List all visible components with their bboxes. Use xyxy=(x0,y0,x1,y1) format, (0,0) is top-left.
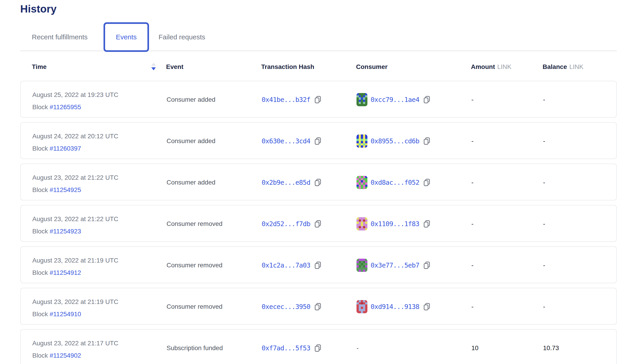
row-event: Consumer removed xyxy=(166,247,222,284)
copy-icon[interactable] xyxy=(314,261,322,270)
transaction-hash-cell: 0x1c2a...7a03 xyxy=(262,247,322,284)
consumer-avatar xyxy=(356,176,368,189)
transaction-hash-cell: 0xecec...3950 xyxy=(262,288,322,325)
transaction-hash-cell: 0x41be...b32f xyxy=(262,81,322,118)
block-line: Block #11265955 xyxy=(32,104,81,111)
block-label: Block xyxy=(32,104,48,110)
consumer-address-link[interactable]: 0x3e77...5eb7 xyxy=(370,262,419,269)
row-event: Consumer added xyxy=(166,164,216,201)
row-balance: - xyxy=(543,206,545,242)
copy-icon[interactable] xyxy=(423,261,431,270)
transaction-hash-link[interactable]: 0x630e...3cd4 xyxy=(262,137,310,145)
tab-failed-requests[interactable]: Failed requests xyxy=(158,33,205,41)
transaction-hash-link[interactable]: 0x2b9e...e85d xyxy=(262,178,310,186)
block-number-link[interactable]: #11260397 xyxy=(50,145,81,152)
consumer-avatar xyxy=(356,300,368,313)
block-line: Block #11254910 xyxy=(32,310,81,318)
transaction-hash-cell: 0x2b9e...e85d xyxy=(262,164,322,201)
row-amount: - xyxy=(472,247,474,284)
block-number-link[interactable]: #11254910 xyxy=(50,310,81,318)
column-header-consumer: Consumer xyxy=(356,63,388,70)
row-amount: 10 xyxy=(472,330,478,364)
row-event: Consumer added xyxy=(166,81,216,118)
amount-unit-label: LINK xyxy=(497,63,512,70)
row-event: Consumer removed xyxy=(166,288,222,325)
copy-icon[interactable] xyxy=(423,302,431,311)
consumer-address-link[interactable]: 0x1109...1f83 xyxy=(370,220,419,228)
block-number-link[interactable]: #11254923 xyxy=(50,228,81,235)
transaction-hash-link[interactable]: 0x2d52...f7db xyxy=(262,220,310,228)
row-balance: - xyxy=(543,288,545,325)
block-line: Block #11254902 xyxy=(32,352,81,359)
copy-icon[interactable] xyxy=(423,178,431,187)
consumer-cell: 0xd914...9138 xyxy=(356,288,431,325)
block-label: Block xyxy=(32,145,48,152)
block-number-link[interactable]: #11254902 xyxy=(50,352,81,359)
table-row: August 25, 2022 at 19:23 UTC Block #1126… xyxy=(20,81,617,118)
column-header-amount: AmountLINK xyxy=(471,63,512,70)
transaction-hash-cell: 0x2d52...f7db xyxy=(262,206,322,242)
copy-icon[interactable] xyxy=(423,95,431,104)
table-row: August 23, 2022 at 21:17 UTC Block #1125… xyxy=(20,329,617,364)
column-header-transaction-hash: Transaction Hash xyxy=(261,63,314,70)
copy-icon[interactable] xyxy=(314,137,322,145)
block-number-link[interactable]: #11254925 xyxy=(50,186,81,194)
block-number-link[interactable]: #11254912 xyxy=(50,269,81,276)
consumer-cell: - xyxy=(356,330,358,364)
tab-events[interactable]: Events xyxy=(104,22,149,52)
consumer-address-link[interactable]: 0xcc79...1ae4 xyxy=(370,96,419,104)
consumer-cell: 0xcc79...1ae4 xyxy=(356,81,431,118)
consumer-avatar xyxy=(356,134,368,148)
copy-icon[interactable] xyxy=(314,302,322,311)
row-balance: - xyxy=(543,81,545,118)
events-table-body: August 25, 2022 at 19:23 UTC Block #1126… xyxy=(20,81,617,364)
transaction-hash-link[interactable]: 0xecec...3950 xyxy=(262,303,310,310)
consumer-cell: 0x3e77...5eb7 xyxy=(356,247,431,284)
block-label: Block xyxy=(32,228,48,235)
row-amount: - xyxy=(472,206,474,242)
consumer-cell: 0x8955...cd6b xyxy=(356,122,431,160)
sort-arrows-icon[interactable] xyxy=(151,62,156,71)
row-timestamp: August 23, 2022 at 21:19 UTC xyxy=(32,298,118,306)
row-timestamp: August 23, 2022 at 21:22 UTC xyxy=(32,174,118,181)
copy-icon[interactable] xyxy=(423,220,431,228)
column-header-time[interactable]: Time xyxy=(32,63,47,70)
copy-icon[interactable] xyxy=(314,178,322,187)
block-line: Block #11254923 xyxy=(32,228,81,235)
consumer-cell: 0x1109...1f83 xyxy=(356,206,431,242)
copy-icon[interactable] xyxy=(314,95,322,104)
row-balance: 10.73 xyxy=(543,330,559,364)
row-event: Consumer removed xyxy=(166,206,222,242)
table-row: August 24, 2022 at 20:12 UTC Block #1126… xyxy=(20,122,617,159)
consumer-address-link[interactable]: 0x8955...cd6b xyxy=(370,137,419,145)
block-line: Block #11260397 xyxy=(32,145,81,152)
row-amount: - xyxy=(472,122,474,160)
transaction-hash-cell: 0xf7ad...5f53 xyxy=(262,330,322,364)
copy-icon[interactable] xyxy=(314,220,322,228)
copy-icon[interactable] xyxy=(423,137,431,145)
row-event: Consumer added xyxy=(166,122,216,160)
row-timestamp: August 23, 2022 at 21:19 UTC xyxy=(32,257,118,264)
consumer-avatar xyxy=(356,217,368,230)
tab-recent-fulfillments[interactable]: Recent fulfillments xyxy=(32,33,88,41)
consumer-address-link: - xyxy=(356,344,358,352)
consumer-address-link[interactable]: 0xd8ac...f052 xyxy=(370,178,419,186)
table-row: August 23, 2022 at 21:19 UTC Block #1125… xyxy=(20,288,617,325)
row-amount: - xyxy=(472,81,474,118)
copy-icon[interactable] xyxy=(314,344,322,352)
table-header: Time Event Transaction Hash Consumer Amo… xyxy=(0,62,632,73)
transaction-hash-link[interactable]: 0x41be...b32f xyxy=(262,96,310,104)
transaction-hash-cell: 0x630e...3cd4 xyxy=(262,122,322,160)
row-timestamp: August 23, 2022 at 21:22 UTC xyxy=(32,216,118,223)
row-timestamp: August 24, 2022 at 20:12 UTC xyxy=(32,133,118,140)
row-balance: - xyxy=(543,247,545,284)
block-number-link[interactable]: #11265955 xyxy=(50,104,81,110)
consumer-address-link[interactable]: 0xd914...9138 xyxy=(370,303,419,310)
block-label: Block xyxy=(32,186,48,194)
transaction-hash-link[interactable]: 0x1c2a...7a03 xyxy=(262,262,310,269)
row-amount: - xyxy=(472,164,474,201)
transaction-hash-link[interactable]: 0xf7ad...5f53 xyxy=(262,344,310,352)
table-row: August 23, 2022 at 21:19 UTC Block #1125… xyxy=(20,246,617,283)
column-header-event: Event xyxy=(166,63,183,70)
history-page: History Recent fulfillments Events Faile… xyxy=(0,0,632,364)
